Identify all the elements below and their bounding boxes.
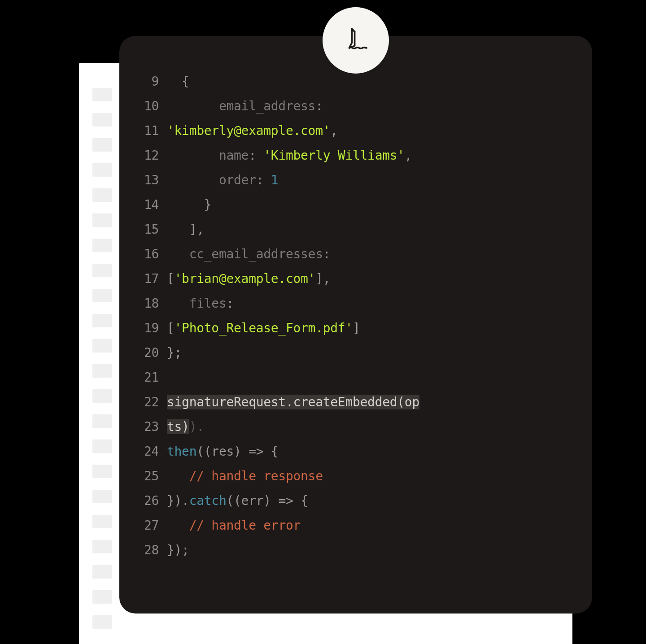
code-token: email_address xyxy=(219,99,315,113)
line-number: 16 xyxy=(135,242,159,266)
placeholder-line xyxy=(92,465,112,478)
code-line: 12 name: 'Kimberly Williams', xyxy=(135,143,576,168)
placeholder-line xyxy=(92,389,112,403)
code-token: : xyxy=(315,99,323,113)
code-token: }; xyxy=(167,345,182,360)
code-token: } xyxy=(167,197,211,212)
code-line: 16 cc_email_addresses: xyxy=(135,242,576,266)
signature-pen-icon xyxy=(323,7,389,74)
line-number: 24 xyxy=(135,439,159,464)
line-content: cc_email_addresses: xyxy=(167,242,576,266)
code-token: , xyxy=(405,148,412,163)
code-line: 28}); xyxy=(135,538,576,562)
code-token: name xyxy=(219,148,249,163)
line-content: order: 1 xyxy=(167,168,576,192)
code-line: 18 files: xyxy=(135,291,576,316)
code-token xyxy=(167,296,189,311)
code-token: // handle response xyxy=(189,469,323,483)
code-token xyxy=(167,518,189,533)
code-line: 15 ], xyxy=(135,217,576,242)
code-token: }); xyxy=(167,543,189,557)
placeholder-line xyxy=(92,314,112,327)
line-content: ], xyxy=(167,217,576,242)
line-content: name: 'Kimberly Williams', xyxy=(167,143,576,168)
placeholder-line xyxy=(92,188,112,202)
line-number: 9 xyxy=(135,69,159,94)
code-line: 11'kimberly@example.com', xyxy=(135,118,576,143)
code-token: : xyxy=(249,148,263,163)
code-token: ] xyxy=(353,321,360,335)
code-token: [ xyxy=(167,321,175,335)
placeholder-line xyxy=(92,615,112,629)
line-number: 21 xyxy=(135,365,159,390)
code-line: 24then((res) => { xyxy=(135,439,576,464)
background-placeholder-lines xyxy=(92,88,112,629)
placeholder-line xyxy=(92,213,112,227)
code-token xyxy=(167,247,189,261)
placeholder-line xyxy=(92,339,112,352)
line-number: 22 xyxy=(135,390,159,414)
code-token: ], xyxy=(167,222,204,237)
placeholder-line xyxy=(92,364,112,378)
line-number: 12 xyxy=(135,143,159,168)
code-token: 'Kimberly Williams' xyxy=(263,148,405,163)
code-token xyxy=(167,370,175,385)
line-number: 25 xyxy=(135,464,159,488)
code-line: 27 // handle error xyxy=(135,513,576,538)
code-editor-panel: 9 {10 email_address:11'kimberly@example.… xyxy=(119,36,592,614)
code-token xyxy=(167,469,189,483)
placeholder-line xyxy=(92,264,112,277)
line-content: { xyxy=(167,69,576,94)
line-content xyxy=(167,365,576,390)
line-content: signatureRequest.createEmbedded(op xyxy=(167,390,576,414)
code-token: [ xyxy=(167,271,175,286)
line-content: // handle error xyxy=(167,513,576,538)
code-token: { xyxy=(167,74,189,89)
code-token: 'kimberly@example.com' xyxy=(167,123,330,138)
line-content: // handle response xyxy=(167,464,576,488)
code-line: 14 } xyxy=(135,192,576,217)
placeholder-line xyxy=(92,163,112,177)
code-token: ], xyxy=(315,271,330,286)
line-number: 27 xyxy=(135,513,159,538)
line-number: 26 xyxy=(135,488,159,513)
code-line: 17['brian@example.com'], xyxy=(135,266,576,291)
placeholder-line xyxy=(92,590,112,604)
code-token: then xyxy=(167,444,196,459)
line-number: 15 xyxy=(135,217,159,242)
code-token: 'Photo_Release_Form.pdf' xyxy=(175,321,353,335)
line-number: 23 xyxy=(135,414,159,439)
code-token: catch xyxy=(189,493,227,508)
code-line: 25 // handle response xyxy=(135,464,576,488)
code-token: files xyxy=(189,296,227,311)
code-token: signatureRequest.createEmbedded(op xyxy=(167,395,419,409)
code-token: : xyxy=(256,173,271,187)
code-line: 13 order: 1 xyxy=(135,168,576,192)
placeholder-line xyxy=(92,540,112,553)
code-token xyxy=(167,99,219,113)
code-token: ((err) => { xyxy=(226,493,308,508)
code-token: // handle error xyxy=(189,518,301,533)
code-line: 23ts)). xyxy=(135,414,576,439)
code-token: : xyxy=(226,296,234,311)
placeholder-line xyxy=(92,113,112,126)
line-content: ts)). xyxy=(167,414,576,439)
code-token: cc_email_addresses xyxy=(189,247,323,261)
code-block[interactable]: 9 {10 email_address:11'kimberly@example.… xyxy=(119,65,592,579)
code-line: 22signatureRequest.createEmbedded(op xyxy=(135,390,576,414)
code-token: , xyxy=(330,123,338,138)
code-line: 19['Photo_Release_Form.pdf'] xyxy=(135,316,576,340)
line-number: 28 xyxy=(135,538,159,562)
code-token: order xyxy=(219,173,256,187)
line-number: 13 xyxy=(135,168,159,192)
line-content: }); xyxy=(167,538,576,562)
placeholder-line xyxy=(92,289,112,302)
placeholder-line xyxy=(92,565,112,579)
line-number: 17 xyxy=(135,266,159,291)
code-token: ts) xyxy=(167,419,189,434)
line-content: }; xyxy=(167,340,576,365)
line-number: 19 xyxy=(135,316,159,340)
placeholder-line xyxy=(92,490,112,503)
placeholder-line xyxy=(92,414,112,428)
line-content: then((res) => { xyxy=(167,439,576,464)
